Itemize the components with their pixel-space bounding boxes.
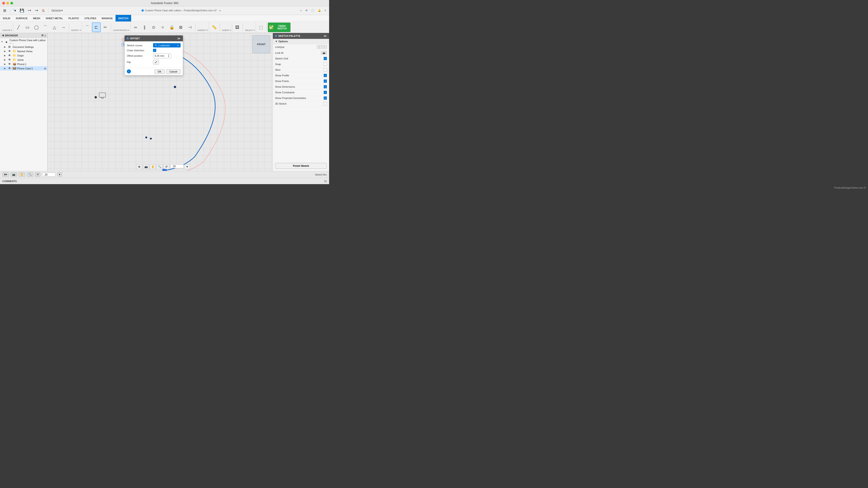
palette-expand-btn[interactable]: ≫ xyxy=(323,34,327,38)
home-button[interactable]: 🏠 xyxy=(40,8,46,13)
close-button[interactable] xyxy=(2,2,5,4)
menu-manage[interactable]: MANAGE xyxy=(99,15,116,22)
redo-button[interactable]: ↪▾ xyxy=(33,8,39,13)
tree-item-phone1[interactable]: ▶ 👁 📦 Phone:1 xyxy=(0,62,47,66)
bottom-value-dropdown[interactable]: ▾ xyxy=(57,172,62,177)
horizontal-tool[interactable]: ═ xyxy=(131,23,140,32)
finish-sketch-toolbar-btn[interactable]: ✅ FINISH SKETCH xyxy=(268,23,290,32)
line-tool[interactable]: ╱ xyxy=(14,23,23,32)
show-points-checkbox[interactable] xyxy=(324,79,327,83)
nav-orbit-btn[interactable]: 📷 xyxy=(143,164,149,169)
tangent-tool[interactable]: ⊙ xyxy=(149,23,158,32)
back-button[interactable]: ⟲ xyxy=(304,8,309,13)
maximize-button[interactable] xyxy=(10,2,13,4)
menu-utilities[interactable]: UTILITIES xyxy=(82,15,99,22)
finish-sketch-palette-btn[interactable]: Finish Sketch xyxy=(275,163,327,169)
menu-surface[interactable]: SURFACE xyxy=(13,15,31,22)
clock-button[interactable]: 🕐 xyxy=(310,8,315,13)
offset-tool[interactable]: ⊏ xyxy=(92,23,101,32)
lookat-btn[interactable]: 📷 xyxy=(321,51,327,55)
save-button[interactable]: 💾 xyxy=(18,8,26,13)
fillet-tool[interactable]: ⌒ xyxy=(83,23,92,32)
arc-tool[interactable]: ⌒ xyxy=(41,23,50,32)
menu-solid[interactable]: SOLID xyxy=(0,15,13,22)
canvas[interactable]: FRONT OFFSET ≫ Sketch curves ↖ 1 selecte… xyxy=(48,33,273,171)
menu-plastic[interactable]: PLASTIC xyxy=(66,15,82,22)
measure-tool[interactable]: 📏 xyxy=(210,23,219,32)
nav-move-btn[interactable]: ⊕ xyxy=(136,164,142,169)
trim-tool[interactable]: ✂ xyxy=(101,23,110,32)
bottom-fit-btn[interactable]: ↺ xyxy=(35,172,40,177)
linetype-btn2[interactable]: ─ xyxy=(322,45,327,48)
cancel-btn[interactable]: Cancel xyxy=(166,69,181,74)
design-dropdown[interactable]: DESIGN ▾ xyxy=(50,8,64,13)
bottom-value-input[interactable] xyxy=(42,173,56,177)
undo-button[interactable]: ↩▾ xyxy=(26,8,33,13)
notify-button[interactable]: 🔔 xyxy=(316,8,322,13)
tree-item-namedviews[interactable]: ▶ 👁 📁 Named Views xyxy=(0,49,47,53)
linetype-btn1[interactable]: ─ xyxy=(317,45,322,48)
help-button[interactable]: ? xyxy=(323,8,327,13)
mirror-tool[interactable]: ⊣ xyxy=(186,23,194,32)
ok-btn[interactable]: OK xyxy=(154,69,165,74)
tab-close[interactable]: × xyxy=(218,8,222,13)
apps-button[interactable]: ⊞ xyxy=(2,8,7,13)
circle-tool[interactable]: ◯ xyxy=(32,23,41,32)
3d-sketch-checkbox[interactable] xyxy=(324,102,327,105)
tree-item-root[interactable]: ▼ ▲ Custom Phone Case with Lattice – ... xyxy=(0,38,47,45)
bottom-camera-btn[interactable]: 📷 xyxy=(11,172,17,177)
triangle-tool[interactable]: △ xyxy=(50,23,59,32)
nav-fit-btn[interactable]: ↺ xyxy=(163,164,169,169)
menu-sheet-metal[interactable]: SHEET METAL xyxy=(43,15,66,22)
parallel-tool[interactable]: ∥ xyxy=(141,23,149,32)
insert-image-tool[interactable]: 🖼 xyxy=(233,23,242,32)
info-btn[interactable]: i xyxy=(127,69,131,73)
offset-spin-down[interactable]: ▼ xyxy=(168,56,169,58)
bottom-zoom-btn[interactable]: 🔍 xyxy=(27,172,33,177)
comments-collapse-btn[interactable]: ⊟ xyxy=(324,180,326,183)
bottom-pan-btn[interactable]: ✋ xyxy=(19,172,25,177)
minimize-button[interactable] xyxy=(6,2,9,4)
nav-pan-btn[interactable]: ✋ xyxy=(150,164,156,169)
fillet-icon: ⌒ xyxy=(85,25,89,29)
show-projected-checkbox[interactable] xyxy=(324,96,327,100)
rect-tool[interactable]: ▭ xyxy=(23,23,32,32)
clear-selection-btn[interactable]: × xyxy=(177,44,179,47)
browser-header[interactable]: ◀ BROWSER ⊟ | xyxy=(0,33,47,38)
chain-checkbox-mark[interactable] xyxy=(153,49,156,52)
selection-badge[interactable]: ↖ 1 selected × xyxy=(153,43,181,47)
tree-item-origin[interactable]: ▶ 👁 📁 Origin xyxy=(0,53,47,58)
browser-more[interactable]: | xyxy=(45,34,45,37)
nav-zoom-btn[interactable]: 🔍 xyxy=(157,164,162,169)
tree-item-joints[interactable]: ▶ 👁 📁 Joints xyxy=(0,58,47,62)
dialog-title: OFFSET xyxy=(130,37,140,40)
offset-value-input[interactable]: 0.25 mm ▲ ▼ xyxy=(153,53,171,58)
dimension-tool[interactable]: ↔ xyxy=(59,23,68,32)
menu-section: SOLID SURFACE MESH SHEET METAL PLASTIC U… xyxy=(0,15,131,22)
show-constraints-checkbox[interactable] xyxy=(324,91,327,94)
file-button[interactable]: 📄▾ xyxy=(8,8,18,13)
menu-sketch[interactable]: SKETCH xyxy=(116,15,131,22)
zoom-value-input[interactable] xyxy=(170,164,184,168)
tree-item-phonecase1[interactable]: ▶ 👁 📦 Phone Case:1 ⏺ xyxy=(0,66,47,70)
slice-checkbox[interactable] xyxy=(324,68,327,71)
browser-collapse[interactable]: ⊟ xyxy=(41,34,43,37)
select-tool[interactable]: ⬚ xyxy=(257,23,266,32)
zoom-dropdown-btn[interactable]: ▾ xyxy=(184,164,190,169)
sketch-grid-checkbox[interactable] xyxy=(324,57,327,60)
flip-btn[interactable]: ⤢ xyxy=(153,60,159,65)
show-profile-checkbox[interactable] xyxy=(324,74,327,77)
snap-checkbox[interactable] xyxy=(324,63,327,66)
sym-tool[interactable]: ⊠ xyxy=(177,23,185,32)
fix-tool[interactable]: 🔒 xyxy=(167,23,176,32)
show-dimensions-checkbox[interactable] xyxy=(324,85,327,88)
dialog-expand-btn[interactable]: ≫ xyxy=(177,37,181,40)
tree-item-docsettings[interactable]: ▶ ⚙ Document Settings xyxy=(0,45,47,49)
comments-more-btn[interactable]: | xyxy=(326,180,327,183)
new-tab-button[interactable]: + xyxy=(299,8,303,13)
menu-mesh[interactable]: MESH xyxy=(30,15,43,22)
chain-selection-checkbox[interactable] xyxy=(153,49,156,52)
equal-tool[interactable]: = xyxy=(158,23,167,32)
bottom-nav-btn[interactable]: ⊕▾ xyxy=(2,172,9,177)
viewcube[interactable]: FRONT xyxy=(252,35,270,53)
